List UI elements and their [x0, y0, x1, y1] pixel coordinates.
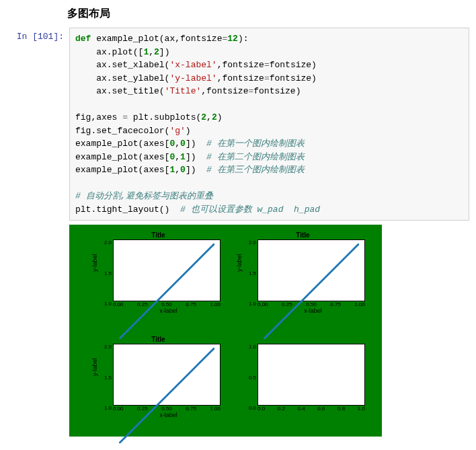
- y-ticks: 1.0 1.5 2.0: [98, 239, 112, 307]
- output-area: Title y-label 1.0 1.5 2.0 0.00 0.25 0.50…: [69, 225, 469, 437]
- tick: 0.2: [278, 406, 285, 412]
- tick: 0.5: [243, 375, 256, 381]
- code-text: fig,axes: [75, 112, 122, 122]
- plot-area: [257, 239, 365, 301]
- tick: 1.5: [98, 375, 112, 381]
- code-text: fontsize): [270, 73, 317, 83]
- line-series: [119, 348, 214, 443]
- code-str: 'Title': [165, 86, 202, 96]
- tick: 0.6: [317, 406, 325, 412]
- code-num: 2: [154, 47, 159, 57]
- tick: 0.0: [243, 405, 256, 411]
- code-text: ax.set_ylabel(: [75, 73, 169, 83]
- code-text: ax.set_title(: [75, 86, 165, 96]
- code-num: 1: [180, 152, 186, 162]
- subplot-4-empty: 0.0 0.5 1.0 0.0 0.2 0.4 0.6 0.8 1.0: [237, 336, 368, 430]
- code-comment: # 在第二个图内绘制图表: [206, 152, 305, 162]
- code-comment: # 在第一个图内绘制图表: [206, 139, 305, 149]
- code-text: ]): [159, 47, 170, 57]
- input-prompt: In [101]:: [7, 28, 69, 42]
- code-text: example_plot(ax,fontsize: [91, 34, 222, 44]
- code-text: ,fontsize: [217, 73, 264, 83]
- tick: 2.0: [98, 239, 112, 246]
- code-text: ax.plot([: [75, 47, 143, 57]
- line-series: [119, 243, 214, 339]
- code-text: ,fontsize: [201, 86, 248, 96]
- code-text: ,: [149, 47, 154, 57]
- tick: 0.8: [338, 406, 345, 412]
- code-text: example_plot(axes[: [75, 152, 169, 162]
- y-label: y-label: [236, 254, 243, 272]
- code-str: 'y-label': [169, 73, 216, 83]
- plot-area: [113, 344, 221, 406]
- code-text: ax.set_xlabel(: [75, 60, 169, 70]
- code-comment: # 在第三个图内绘制图表: [206, 165, 305, 175]
- tick: 1.0: [358, 406, 365, 412]
- code-str: 'g': [169, 126, 185, 136]
- code-comment: # 也可以设置参数 w_pad h_pad: [180, 204, 320, 215]
- tick: 2.0: [243, 239, 256, 246]
- code-text: ]): [186, 165, 206, 175]
- code-comment: # 自动分割,避免标签与图表的重叠: [75, 191, 213, 201]
- code-op: =: [264, 73, 270, 83]
- tick: 1.0: [243, 344, 256, 350]
- code-text: fig.set_facecolor(: [75, 126, 169, 136]
- tick: 1.0: [98, 301, 112, 307]
- code-text: example_plot(axes[: [75, 165, 169, 175]
- tick: 1.5: [243, 270, 256, 276]
- code-input: def example_plot(ax,fontsize=12): ax.plo…: [69, 28, 469, 221]
- subplot-2: Title y-label 1.0 1.5 2.0 0.00 0.25 0.50…: [237, 231, 368, 326]
- y-label: y-label: [91, 358, 98, 376]
- code-text: ): [217, 112, 223, 122]
- notebook-cell: In [101]: def example_plot(ax,fontsize=1…: [7, 28, 469, 221]
- y-ticks: 1.0 1.5 2.0: [98, 344, 112, 411]
- subplot-3: Title y-label 1.0 1.5 2.0 0.00 0.25 0.50…: [93, 336, 224, 430]
- y-ticks: 1.0 1.5 2.0: [243, 239, 256, 307]
- code-text: ,: [175, 165, 180, 175]
- line-series: [264, 243, 359, 339]
- code-text: ]): [186, 139, 206, 149]
- code-num: 2: [212, 112, 217, 122]
- code-num: 12: [227, 34, 238, 44]
- code-text: ]): [186, 152, 206, 162]
- svg-line-2: [119, 348, 214, 443]
- tick: 2.0: [98, 344, 112, 350]
- code-text: plt.subplots(: [128, 112, 201, 122]
- code-num: 0: [180, 139, 186, 149]
- y-label: y-label: [91, 254, 98, 272]
- code-text: ,: [175, 152, 180, 162]
- kw-def: def: [75, 34, 91, 44]
- tick: 0.0: [257, 406, 265, 412]
- axes-title: [237, 336, 368, 344]
- plot-area: [113, 239, 221, 301]
- code-text: ):: [238, 34, 249, 44]
- code-text: fontsize): [253, 86, 301, 96]
- tick: 1.0: [98, 405, 112, 411]
- code-text: ,: [175, 139, 180, 149]
- subplot-1: Title y-label 1.0 1.5 2.0 0.00 0.25 0.50…: [93, 231, 224, 326]
- plot-area: [257, 344, 365, 406]
- code-text: ,fontsize: [217, 60, 264, 70]
- axes-title: Title: [237, 231, 368, 239]
- code-text: ,: [206, 112, 212, 122]
- axes-title: Title: [93, 336, 224, 344]
- svg-line-1: [264, 243, 359, 339]
- code-num: 0: [180, 165, 186, 175]
- tick: 0.4: [298, 406, 305, 412]
- code-str: 'x-label': [169, 60, 216, 70]
- y-ticks: 0.0 0.5 1.0: [243, 344, 256, 411]
- section-heading: 多图布局: [67, 7, 469, 21]
- code-op: =: [122, 112, 128, 122]
- x-ticks: 0.0 0.2 0.4 0.6 0.8 1.0: [257, 406, 365, 412]
- tick: 1.5: [98, 270, 112, 276]
- code-text: plt.tight_layout(): [75, 204, 180, 215]
- code-text: fontsize): [270, 60, 317, 70]
- code-op: =: [264, 60, 270, 70]
- matplotlib-figure: Title y-label 1.0 1.5 2.0 0.00 0.25 0.50…: [69, 225, 382, 437]
- tick: 1.0: [243, 301, 256, 307]
- svg-line-0: [119, 243, 214, 339]
- code-num: 2: [201, 112, 206, 122]
- axes-title: Title: [93, 231, 224, 239]
- code-text: ): [186, 126, 191, 136]
- code-text: example_plot(axes[: [75, 139, 169, 149]
